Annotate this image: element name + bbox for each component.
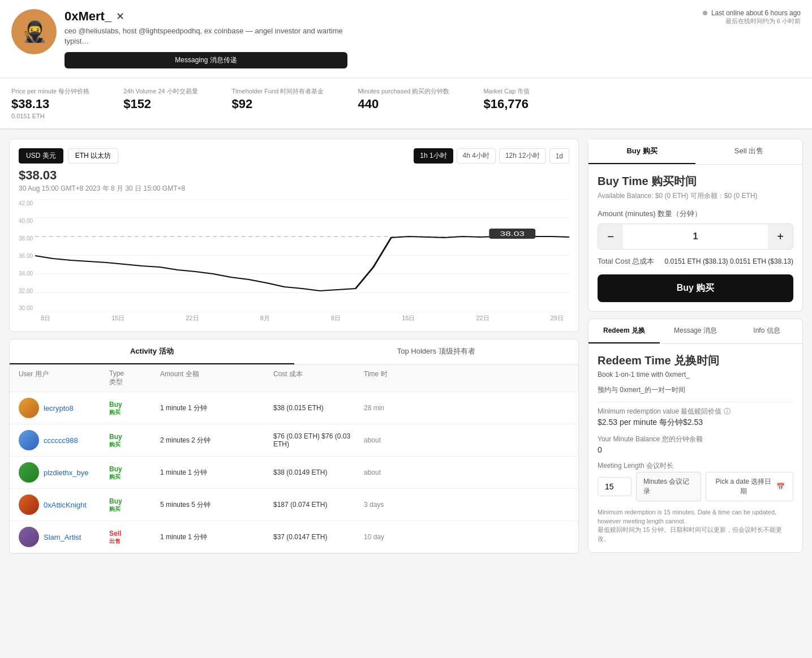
chart-x-labels: 8日 15日 22日 8月 8日 15日 22日 29日 [35,314,569,322]
online-dot [703,11,707,15]
activity-tabs: Activity 活动 Top Holders 顶级持有者 [10,339,578,365]
total-cost-label: Total Cost 总成本 [598,256,654,266]
stat-marketcap: Market Cap 市值 $16,776 [483,87,530,119]
stat-marketcap-label: Market Cap 市值 [483,87,530,96]
x-label-8: 29日 [551,314,564,322]
price-chart: 38.03 [35,199,569,312]
redeem-section: Redeem 兑换 Message 消息 Info 信息 Redeem Time… [588,319,803,553]
tab-info[interactable]: Info 信息 [731,319,802,343]
right-panel: Buy 购买 Sell 出售 Buy Time 购买时间 Available B… [588,139,803,554]
amount-control: − 1 + [598,223,793,250]
username-cccccc988: cccccc988 [44,436,78,445]
user-cell-4: 0xAtticKnight [19,494,109,515]
redeem-balance-label: Your Minute Balance 您的分钟余额 [598,435,793,444]
online-status-chinese: 最后在线时间约为 6 小时前 [703,17,801,25]
user-info: 0xMert_ ✕ ceo @heliuslabs, host @lightsp… [65,9,347,68]
buy-sell-tabs: Buy 购买 Sell 出售 [588,139,802,165]
stat-price: Price per minute 每分钟价格 $38.13 0.0151 ETH [11,87,89,119]
stat-price-label: Price per minute 每分钟价格 [11,87,89,96]
currency-tab-usd[interactable]: USD 美元 [19,148,63,164]
table-row: Slam_Artist Sell 出售 1 minute 1 分钟 $37 (0… [10,521,578,553]
online-status: Last online about 6 hours ago 最后在线时间约为 6… [703,9,801,25]
user-bio: ceo @heliuslabs, host @lightspeedpodhq, … [65,26,347,46]
chart-price: $38.03 [19,168,414,183]
amount-cell-1: 1 minute 1 分钟 [160,403,273,413]
tab-buy[interactable]: Buy 购买 [588,139,695,164]
amount-cell-5: 1 minute 1 分钟 [160,532,273,542]
header-left: 🥷 0xMert_ ✕ ceo @heliuslabs, host @light… [11,9,347,68]
stat-marketcap-value: $16,776 [483,97,530,111]
avatar-plzdiethx [19,462,39,483]
meeting-unit: Minutes 会议记录 [636,472,701,501]
stats-bar: Price per minute 每分钟价格 $38.13 0.0151 ETH… [0,78,812,130]
currency-tabs: USD 美元 ETH 以太坊 [19,148,414,164]
time-tabs: 1h 1小时 4h 4小时 12h 12小时 1d [414,148,569,164]
y-label-7: 42.00 [19,200,33,207]
currency-tab-eth[interactable]: ETH 以太坊 [68,148,118,164]
time-tab-1d[interactable]: 1d [549,148,569,164]
tab-top-holders[interactable]: Top Holders 顶级持有者 [294,339,579,364]
tab-redeem[interactable]: Redeem 兑换 [588,319,660,343]
x-platform-icon: ✕ [116,10,124,23]
avatar-slam [19,527,39,547]
redeem-min-value: $2.53 per minute 每分钟$2.53 [598,418,793,428]
meeting-length-row: Minutes 会议记录 Pick a date 选择日期 📅 [598,472,793,501]
redeem-content: Redeem Time 兑换时间 Book 1-on-1 time with 0… [588,344,802,552]
tab-sell[interactable]: Sell 出售 [695,139,802,164]
messaging-button[interactable]: Messaging 消息传递 [65,52,347,68]
buy-sell-content: Buy Time 购买时间 Available Balance: $0 (0 E… [588,165,802,311]
meeting-length-input[interactable] [598,477,631,496]
col-time: Time 时 [364,369,569,387]
minus-button[interactable]: − [598,224,623,249]
time-cell-5: 10 day [364,533,569,541]
svg-text:38.03: 38.03 [500,231,525,238]
cost-cell-2: $76 (0.03 ETH) $76 (0.03 ETH) [273,432,364,448]
cost-cell-1: $38 (0.015 ETH) [273,404,364,412]
user-cell-3: plzdiethx_bye [19,462,109,483]
avatar-0xattic [19,494,39,515]
user-name: 0xMert_ [65,9,111,24]
redeem-balance-row: Your Minute Balance 您的分钟余额 0 [598,435,793,454]
time-cell-3: about [364,468,569,476]
amount-cell-4: 5 minutes 5 分钟 [160,500,273,510]
main-content: USD 美元 ETH 以太坊 $38.03 30 Aug 15:00 GMT+8… [0,130,812,563]
buy-title: Buy Time 购买时间 [598,174,793,189]
user-name-row: 0xMert_ ✕ [65,9,347,24]
redeem-meeting-label: Meeting Length 会议时长 [598,461,793,471]
x-label-7: 22日 [476,314,489,322]
x-label-2: 15日 [111,314,124,322]
stat-volume-label: 24h Volume 24 小时交易量 [123,87,197,96]
total-cost-row: Total Cost 总成本 0.0151 ETH ($38.13) 0.015… [598,256,793,266]
table-header: User 用户 Type类型 Amount 全额 Cost 成本 Time 时 [10,365,578,392]
tab-message[interactable]: Message 消息 [660,319,731,343]
pick-date-button[interactable]: Pick a date 选择日期 📅 [706,472,793,501]
y-label-1: 30.00 [19,305,33,311]
col-amount: Amount 全额 [160,369,273,387]
total-cost-value: 0.0151 ETH ($38.13) 0.0151 ETH ($38.13) [665,257,793,265]
tab-activity[interactable]: Activity 活动 [10,339,294,364]
type-cell-3: Buy 购买 [109,465,160,481]
user-cell-2: cccccc988 [19,430,109,450]
type-cell-1: Buy 购买 [109,400,160,416]
chart-area: 38.03 8日 15日 22日 8月 8日 15日 22日 29日 [35,199,569,322]
table-row: 0xAtticKnight Buy 购买 5 minutes 5 分钟 $187… [10,489,578,521]
col-type: Type类型 [109,369,160,387]
type-cell-2: Buy 购买 [109,432,160,449]
username-0xattic: 0xAtticKnight [44,501,87,509]
stat-minutes: Minutes purchased 购买的分钟数 440 [358,87,449,119]
time-tab-1h[interactable]: 1h 1小时 [414,148,453,164]
time-cell-2: about [364,436,569,444]
time-tab-4h[interactable]: 4h 4小时 [457,148,496,164]
plus-button[interactable]: + [768,224,793,249]
chart-y-labels: 42.00 40.00 38.00 36.00 34.00 32.00 30.0… [19,199,35,312]
type-cell-4: Buy 购买 [109,497,160,513]
avatar: 🥷 [11,9,57,54]
buy-button[interactable]: Buy 购买 [598,274,793,302]
redeem-tabs: Redeem 兑换 Message 消息 Info 信息 [588,319,802,344]
amount-value: 1 [623,231,768,242]
table-row: plzdiethx_bye Buy 购买 1 minute 1 分钟 $38 (… [10,457,578,489]
time-cell-1: 28 min [364,404,569,412]
y-label-4: 36.00 [19,253,33,259]
time-tab-12h[interactable]: 12h 12小时 [499,148,546,164]
chart-date: 30 Aug 15:00 GMT+8 2023 年 8 月 30 日 15:00… [19,184,414,193]
